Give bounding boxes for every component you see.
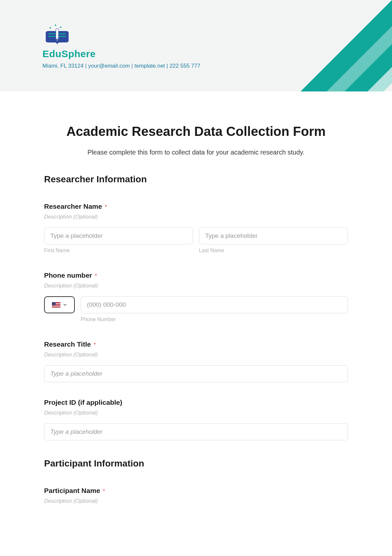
sublabel-first-name: First Name	[44, 248, 193, 253]
desc-phone: Description (Optional)	[44, 283, 348, 289]
svg-marker-0	[49, 27, 51, 28]
field-researcher-name: Researcher Name * Description (Optional)…	[44, 203, 348, 253]
desc-researcher-name: Description (Optional)	[44, 214, 348, 220]
field-research-title: Research Title * Description (Optional)	[44, 340, 348, 382]
desc-project-id: Description (Optional)	[44, 410, 348, 416]
label-participant-name: Participant Name	[44, 487, 100, 494]
phone-input[interactable]	[81, 296, 348, 313]
form-title: Academic Research Data Collection Form	[44, 124, 348, 139]
svg-marker-1	[55, 24, 57, 26]
required-asterisk: *	[103, 488, 105, 494]
label-researcher-name: Researcher Name	[44, 203, 102, 210]
contact-info: Miami, FL 33124 | your@email.com | templ…	[42, 63, 200, 69]
section-researcher-info: Researcher Information	[44, 174, 348, 185]
country-code-select[interactable]	[44, 296, 75, 313]
sublabel-phone: Phone Number	[81, 317, 348, 322]
required-asterisk: *	[95, 273, 97, 279]
sublabel-last-name: Last Name	[199, 248, 348, 253]
required-asterisk: *	[105, 204, 107, 210]
svg-rect-6	[59, 36, 66, 37]
field-participant-name: Participant Name * Description (Optional…	[44, 487, 348, 504]
logo-block: EduSphere Miami, FL 33124 | your@email.c…	[42, 23, 200, 69]
brand-name: EduSphere	[42, 48, 200, 59]
label-phone: Phone number	[44, 271, 92, 279]
first-name-input[interactable]	[44, 227, 193, 244]
field-phone: Phone number * Description (Optional) Ph…	[44, 271, 348, 322]
last-name-input[interactable]	[199, 227, 348, 244]
chevron-down-icon	[63, 303, 67, 307]
research-title-input[interactable]	[44, 365, 348, 382]
us-flag-icon	[52, 302, 60, 308]
section-participant-info: Participant Information	[44, 458, 348, 469]
project-id-input[interactable]	[44, 423, 348, 440]
header-banner: EduSphere Miami, FL 33124 | your@email.c…	[0, 0, 392, 91]
decorative-stripes	[229, 0, 392, 91]
desc-research-title: Description (Optional)	[44, 352, 348, 358]
svg-rect-3	[48, 33, 56, 34]
svg-marker-2	[60, 26, 62, 28]
brand-logo-icon	[42, 23, 72, 46]
svg-rect-5	[59, 33, 66, 34]
field-project-id: Project ID (if applicable) Description (…	[44, 399, 348, 440]
label-project-id: Project ID (if applicable)	[44, 399, 122, 406]
required-asterisk: *	[94, 342, 96, 348]
svg-rect-4	[48, 36, 56, 37]
form-area: Academic Research Data Collection Form P…	[0, 91, 392, 504]
desc-participant-name: Description (Optional)	[44, 498, 348, 504]
form-subtitle: Please complete this form to collect dat…	[44, 149, 348, 156]
label-research-title: Research Title	[44, 340, 91, 348]
